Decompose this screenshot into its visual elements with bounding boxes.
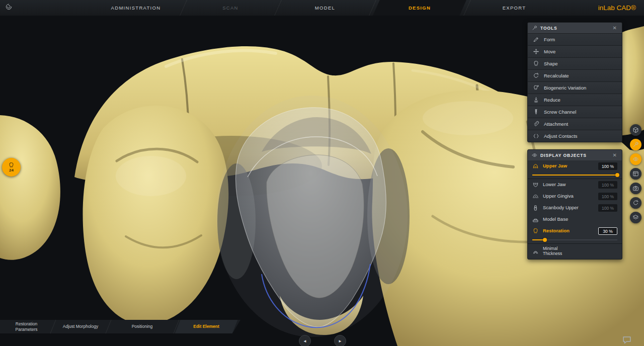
display-item-minimal-thickness[interactable]: Minimal Thickness (528, 243, 622, 259)
tool-item-shape[interactable]: Shape (528, 57, 622, 69)
tool-item-attachment[interactable]: Attachment (528, 118, 622, 130)
display-item-label: Minimal Thickness (543, 246, 575, 256)
tab-label: ADMINISTRATION (111, 5, 161, 11)
tool-item-label: Screw Channel (544, 109, 576, 115)
tool-item-label: Biogeneric Variation (544, 85, 586, 91)
inlab-cad-app: ADMINISTRATION SCAN MODEL DESIGN EXPORT … (0, 0, 644, 346)
next-step-button[interactable]: ► (334, 335, 346, 346)
upper-jaw-opacity-value[interactable]: 100 % (598, 162, 617, 170)
scanbody-icon (532, 205, 539, 211)
restoration-opacity-slider[interactable] (528, 237, 622, 243)
slider-fill (532, 175, 617, 176)
display-item-label: Scanbody Upper (543, 205, 594, 211)
form-icon (533, 36, 539, 43)
tools-panel-title: TOOLS (540, 26, 609, 31)
display-item-label: Restoration (543, 228, 594, 234)
step-positioning[interactable]: Positioning (108, 320, 176, 333)
shape-icon (533, 60, 539, 67)
display-item-upper-jaw[interactable]: Upper Jaw 100 % (528, 160, 622, 172)
slider-knob[interactable] (615, 173, 619, 177)
display-item-label: Upper Gingiva (543, 194, 594, 199)
previous-step-button[interactable]: ◄ (299, 335, 311, 346)
display-objects-title: DISPLAY OBJECTS (540, 153, 609, 158)
display-objects-panel: DISPLAY OBJECTS ✕ Upper Jaw 100 % Lower … (527, 149, 622, 260)
object-groups-icon[interactable] (630, 212, 641, 223)
tab-export[interactable]: EXPORT (467, 0, 561, 16)
restoration-crown (216, 96, 408, 337)
display-objects-close-icon[interactable]: ✕ (612, 152, 618, 159)
display-objects-header: DISPLAY OBJECTS ✕ (528, 150, 622, 160)
snapshot-icon[interactable] (630, 183, 641, 194)
reduce-icon (533, 97, 539, 103)
move-icon (533, 48, 539, 55)
upper-gingiva-opacity-value[interactable]: 100 % (598, 193, 617, 200)
tool-item-label: Shape (544, 61, 557, 66)
slider-knob[interactable] (543, 238, 547, 242)
step-restoration-parameters[interactable]: Restoration Parameters (0, 320, 53, 333)
tooth-number-badge[interactable]: 24 (2, 158, 21, 177)
tools-panel-close-icon[interactable]: ✕ (612, 25, 618, 32)
tool-item-biogeneric-variation[interactable]: Biogeneric Variation (528, 81, 622, 94)
tab-label: SCAN (222, 5, 238, 11)
tool-item-reduce[interactable]: Reduce (528, 94, 622, 106)
tab-model[interactable]: MODEL (278, 0, 372, 16)
tool-item-label: Form (544, 37, 555, 42)
view-cube-icon[interactable] (630, 124, 641, 136)
top-navigation: ADMINISTRATION SCAN MODEL DESIGN EXPORT … (0, 0, 644, 16)
tab-scan[interactable]: SCAN (183, 0, 278, 16)
display-item-label: Lower Jaw (543, 182, 594, 188)
reset-view-icon[interactable] (630, 197, 641, 209)
tools-panel: TOOLS ✕ Form Move Shape Recalculate Biog… (527, 22, 622, 142)
tool-item-recalculate[interactable]: Recalculate (528, 69, 622, 81)
display-item-lower-jaw[interactable]: Lower Jaw 100 % (528, 179, 622, 191)
restoration-opacity-value[interactable]: 30 % (598, 227, 617, 235)
tools-panel-header: TOOLS ✕ (528, 23, 622, 33)
gingiva-icon (532, 193, 539, 200)
display-item-restoration[interactable]: Restoration 30 % (528, 225, 622, 237)
scanbody-upper-opacity-value[interactable]: 100 % (598, 204, 617, 212)
display-item-model-base[interactable]: Model Base (528, 214, 622, 225)
restoration-icon (532, 228, 539, 234)
step-label: Positioning (132, 324, 153, 329)
wrench-icon (532, 25, 537, 31)
display-item-upper-gingiva[interactable]: Upper Gingiva 100 % (528, 191, 622, 202)
arrow-right-icon: ► (338, 339, 342, 343)
step-adjust-morphology[interactable]: Adjust Morphology (53, 320, 108, 333)
workflow-steps-bar: Restoration Parameters Adjust Morphology… (0, 320, 240, 333)
attachment-icon (533, 121, 539, 127)
step-label: Edit Element (193, 324, 219, 329)
model-base-icon (532, 216, 539, 223)
step-label: Restoration Parameters (7, 321, 46, 332)
lower-jaw-opacity-value[interactable]: 100 % (598, 181, 617, 189)
brand-inlab-cad: inLab CAD® (598, 0, 636, 16)
tool-item-label: Adjust Contacts (544, 133, 578, 139)
upper-jaw-opacity-slider[interactable] (528, 172, 622, 179)
upper-jaw-icon (532, 163, 539, 169)
tool-item-screw-channel[interactable]: Screw Channel (528, 106, 622, 118)
tab-administration[interactable]: ADMINISTRATION (89, 0, 183, 16)
step-edit-element[interactable]: Edit Element (176, 320, 236, 333)
tab-label: DESIGN (409, 5, 431, 11)
tools-icon[interactable] (630, 139, 641, 150)
tab-design[interactable]: DESIGN (372, 0, 467, 16)
tab-label: EXPORT (503, 5, 526, 11)
recalculate-icon (533, 72, 539, 79)
tool-item-label: Reduce (544, 97, 560, 103)
display-item-scanbody-upper[interactable]: Scanbody Upper 100 % (528, 202, 622, 214)
panels-icon[interactable] (630, 168, 641, 180)
dentsply-sirona-logo (6, 4, 12, 10)
tool-item-form[interactable]: Form (528, 33, 622, 45)
display-objects-icon[interactable] (630, 153, 641, 165)
screw-channel-icon (533, 109, 539, 115)
tool-item-move[interactable]: Move (528, 45, 622, 57)
minimal-thickness-icon (532, 248, 539, 255)
chat-feedback-icon[interactable] (622, 335, 632, 345)
arrow-left-icon: ◄ (303, 339, 307, 343)
tool-item-adjust-contacts[interactable]: Adjust Contacts (528, 130, 622, 142)
tool-item-label: Move (544, 49, 555, 54)
tool-item-label: Recalculate (544, 73, 569, 78)
tool-item-label: Attachment (544, 121, 568, 127)
adjust-contacts-icon (533, 133, 539, 139)
tooth-number: 24 (9, 168, 14, 172)
biogeneric-variation-icon (533, 84, 539, 91)
